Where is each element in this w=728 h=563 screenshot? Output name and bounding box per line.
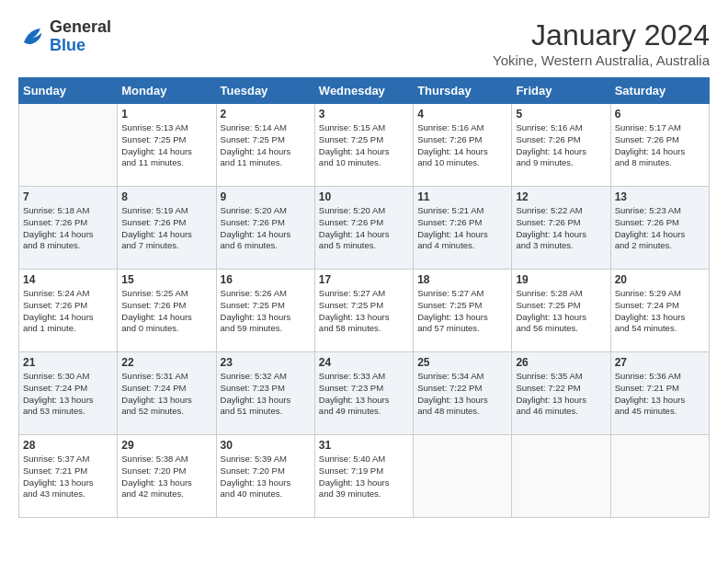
cell-date-number: 18	[417, 273, 507, 286]
cell-daylight-info: Sunrise: 5:17 AMSunset: 7:26 PMDaylight:…	[615, 122, 705, 169]
cell-date-number: 27	[615, 356, 705, 369]
cell-date-number: 3	[319, 108, 409, 121]
cell-date-number: 21	[23, 356, 113, 369]
calendar-cell: 11Sunrise: 5:21 AMSunset: 7:26 PMDayligh…	[414, 187, 512, 270]
cell-daylight-info: Sunrise: 5:32 AMSunset: 7:23 PMDaylight:…	[221, 371, 311, 418]
calendar-cell: 8Sunrise: 5:19 AMSunset: 7:26 PMDaylight…	[118, 187, 216, 270]
header-saturday: Saturday	[610, 78, 709, 104]
calendar-cell: 10Sunrise: 5:20 AMSunset: 7:26 PMDayligh…	[314, 187, 413, 270]
calendar-cell: 12Sunrise: 5:22 AMSunset: 7:26 PMDayligh…	[512, 187, 610, 270]
calendar-cell: 2Sunrise: 5:14 AMSunset: 7:25 PMDaylight…	[216, 104, 314, 187]
cell-date-number: 20	[615, 273, 705, 286]
title-area: January 2024 Yokine, Western Australia, …	[493, 18, 710, 68]
calendar-week-row: 1Sunrise: 5:13 AMSunset: 7:25 PMDaylight…	[19, 104, 710, 187]
cell-daylight-info: Sunrise: 5:18 AMSunset: 7:26 PMDaylight:…	[23, 205, 113, 252]
cell-daylight-info: Sunrise: 5:31 AMSunset: 7:24 PMDaylight:…	[121, 371, 211, 418]
cell-daylight-info: Sunrise: 5:22 AMSunset: 7:26 PMDaylight:…	[516, 205, 606, 252]
cell-date-number: 23	[221, 356, 311, 369]
calendar-cell: 5Sunrise: 5:16 AMSunset: 7:26 PMDaylight…	[512, 104, 610, 187]
cell-daylight-info: Sunrise: 5:19 AMSunset: 7:26 PMDaylight:…	[121, 205, 211, 252]
cell-daylight-info: Sunrise: 5:21 AMSunset: 7:26 PMDaylight:…	[417, 205, 507, 252]
cell-daylight-info: Sunrise: 5:28 AMSunset: 7:25 PMDaylight:…	[516, 288, 606, 335]
cell-daylight-info: Sunrise: 5:37 AMSunset: 7:21 PMDaylight:…	[23, 454, 113, 500]
cell-date-number: 25	[417, 356, 507, 369]
cell-date-number: 31	[319, 439, 409, 452]
cell-daylight-info: Sunrise: 5:29 AMSunset: 7:24 PMDaylight:…	[615, 288, 705, 335]
calendar-body: 1Sunrise: 5:13 AMSunset: 7:25 PMDaylight…	[19, 104, 710, 518]
cell-daylight-info: Sunrise: 5:33 AMSunset: 7:23 PMDaylight:…	[319, 371, 409, 418]
cell-daylight-info: Sunrise: 5:14 AMSunset: 7:25 PMDaylight:…	[221, 122, 311, 169]
calendar-week-row: 7Sunrise: 5:18 AMSunset: 7:26 PMDaylight…	[19, 187, 710, 270]
cell-daylight-info: Sunrise: 5:24 AMSunset: 7:26 PMDaylight:…	[23, 288, 113, 335]
calendar-cell: 30Sunrise: 5:39 AMSunset: 7:20 PMDayligh…	[216, 435, 314, 518]
calendar-week-row: 21Sunrise: 5:30 AMSunset: 7:24 PMDayligh…	[19, 352, 710, 435]
cell-date-number: 22	[121, 356, 211, 369]
calendar-subtitle: Yokine, Western Australia, Australia	[493, 52, 710, 68]
cell-date-number: 7	[23, 190, 113, 203]
logo-text: General Blue	[50, 18, 111, 55]
calendar-cell: 16Sunrise: 5:26 AMSunset: 7:25 PMDayligh…	[216, 270, 314, 352]
cell-date-number: 6	[615, 108, 705, 121]
calendar-cell: 14Sunrise: 5:24 AMSunset: 7:26 PMDayligh…	[19, 270, 118, 352]
calendar-cell: 7Sunrise: 5:18 AMSunset: 7:26 PMDaylight…	[19, 187, 118, 270]
cell-date-number: 26	[516, 356, 606, 369]
calendar-cell: 27Sunrise: 5:36 AMSunset: 7:21 PMDayligh…	[610, 352, 709, 435]
cell-date-number: 2	[221, 108, 311, 121]
cell-daylight-info: Sunrise: 5:40 AMSunset: 7:19 PMDaylight:…	[319, 454, 409, 500]
header-friday: Friday	[512, 78, 610, 104]
calendar-cell: 13Sunrise: 5:23 AMSunset: 7:26 PMDayligh…	[610, 187, 709, 270]
cell-daylight-info: Sunrise: 5:36 AMSunset: 7:21 PMDaylight:…	[615, 371, 705, 418]
calendar-title: January 2024	[493, 18, 710, 52]
cell-date-number: 29	[121, 439, 211, 452]
calendar-week-row: 14Sunrise: 5:24 AMSunset: 7:26 PMDayligh…	[19, 270, 710, 352]
cell-date-number: 16	[221, 273, 311, 286]
cell-daylight-info: Sunrise: 5:15 AMSunset: 7:25 PMDaylight:…	[319, 122, 409, 169]
calendar-cell: 22Sunrise: 5:31 AMSunset: 7:24 PMDayligh…	[118, 352, 216, 435]
cell-date-number: 1	[121, 108, 211, 121]
header-monday: Monday	[118, 78, 216, 104]
cell-date-number: 28	[23, 439, 113, 452]
cell-daylight-info: Sunrise: 5:16 AMSunset: 7:26 PMDaylight:…	[516, 122, 606, 169]
calendar-cell: 23Sunrise: 5:32 AMSunset: 7:23 PMDayligh…	[216, 352, 314, 435]
calendar-cell: 21Sunrise: 5:30 AMSunset: 7:24 PMDayligh…	[19, 352, 118, 435]
calendar-cell: 4Sunrise: 5:16 AMSunset: 7:26 PMDaylight…	[414, 104, 512, 187]
calendar-week-row: 28Sunrise: 5:37 AMSunset: 7:21 PMDayligh…	[19, 435, 710, 518]
cell-date-number: 15	[121, 273, 211, 286]
logo-general: General	[50, 18, 111, 37]
cell-date-number: 14	[23, 273, 113, 286]
calendar-cell: 20Sunrise: 5:29 AMSunset: 7:24 PMDayligh…	[610, 270, 709, 352]
cell-daylight-info: Sunrise: 5:34 AMSunset: 7:22 PMDaylight:…	[417, 371, 507, 418]
cell-daylight-info: Sunrise: 5:16 AMSunset: 7:26 PMDaylight:…	[417, 122, 507, 169]
cell-daylight-info: Sunrise: 5:27 AMSunset: 7:25 PMDaylight:…	[417, 288, 507, 335]
calendar-cell: 18Sunrise: 5:27 AMSunset: 7:25 PMDayligh…	[414, 270, 512, 352]
calendar-cell: 9Sunrise: 5:20 AMSunset: 7:26 PMDaylight…	[216, 187, 314, 270]
logo-blue: Blue	[50, 37, 111, 55]
cell-date-number: 19	[516, 273, 606, 286]
cell-date-number: 17	[319, 273, 409, 286]
calendar-cell: 26Sunrise: 5:35 AMSunset: 7:22 PMDayligh…	[512, 352, 610, 435]
cell-date-number: 11	[417, 190, 507, 203]
calendar-cell	[414, 435, 512, 518]
cell-date-number: 30	[221, 439, 311, 452]
calendar-cell	[19, 104, 118, 187]
cell-daylight-info: Sunrise: 5:27 AMSunset: 7:25 PMDaylight:…	[319, 288, 409, 335]
cell-date-number: 8	[121, 190, 211, 203]
cell-daylight-info: Sunrise: 5:25 AMSunset: 7:26 PMDaylight:…	[121, 288, 211, 335]
cell-daylight-info: Sunrise: 5:26 AMSunset: 7:25 PMDaylight:…	[221, 288, 311, 335]
logo: General Blue	[18, 18, 111, 55]
cell-date-number: 4	[417, 108, 507, 121]
cell-daylight-info: Sunrise: 5:20 AMSunset: 7:26 PMDaylight:…	[319, 205, 409, 252]
cell-date-number: 9	[221, 190, 311, 203]
logo-icon	[18, 23, 46, 51]
cell-daylight-info: Sunrise: 5:23 AMSunset: 7:26 PMDaylight:…	[615, 205, 705, 252]
calendar-cell	[512, 435, 610, 518]
calendar-cell: 25Sunrise: 5:34 AMSunset: 7:22 PMDayligh…	[414, 352, 512, 435]
calendar-cell	[610, 435, 709, 518]
calendar-cell: 1Sunrise: 5:13 AMSunset: 7:25 PMDaylight…	[118, 104, 216, 187]
calendar-cell: 31Sunrise: 5:40 AMSunset: 7:19 PMDayligh…	[314, 435, 413, 518]
calendar-cell: 29Sunrise: 5:38 AMSunset: 7:20 PMDayligh…	[118, 435, 216, 518]
calendar-cell: 6Sunrise: 5:17 AMSunset: 7:26 PMDaylight…	[610, 104, 709, 187]
cell-daylight-info: Sunrise: 5:35 AMSunset: 7:22 PMDaylight:…	[516, 371, 606, 418]
cell-daylight-info: Sunrise: 5:13 AMSunset: 7:25 PMDaylight:…	[121, 122, 211, 169]
calendar-cell: 19Sunrise: 5:28 AMSunset: 7:25 PMDayligh…	[512, 270, 610, 352]
